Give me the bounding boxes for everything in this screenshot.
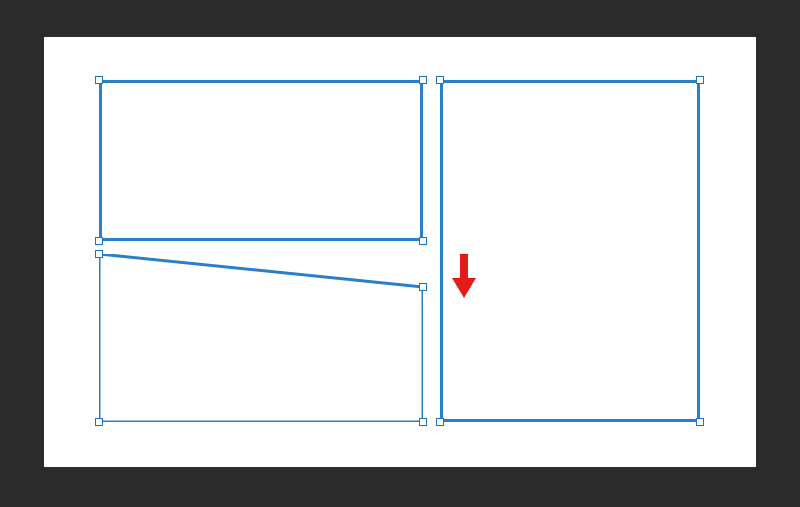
rect-right[interactable] (440, 80, 700, 422)
selection-handle-quad-bottom-left-p3[interactable] (95, 418, 103, 426)
selection-handle-quad-bottom-left-p0[interactable] (95, 250, 103, 258)
selection-handle-rect-top-left-tl[interactable] (95, 76, 103, 84)
svg-marker-2 (99, 254, 423, 422)
selection-handle-rect-top-left-tr[interactable] (419, 76, 427, 84)
selection-handle-quad-bottom-left-p1[interactable] (419, 283, 427, 291)
selection-handle-rect-right-tr[interactable] (696, 76, 704, 84)
quad-bottom-left[interactable] (99, 254, 423, 422)
selection-handle-rect-right-br[interactable] (696, 418, 704, 426)
selection-handle-rect-right-tl[interactable] (436, 76, 444, 84)
rect-top-left[interactable] (99, 80, 423, 241)
selection-handle-rect-top-left-bl[interactable] (95, 237, 103, 245)
selection-handle-rect-right-bl[interactable] (436, 418, 444, 426)
selection-handle-rect-top-left-br[interactable] (419, 237, 427, 245)
selection-handle-quad-bottom-left-p2[interactable] (419, 418, 427, 426)
